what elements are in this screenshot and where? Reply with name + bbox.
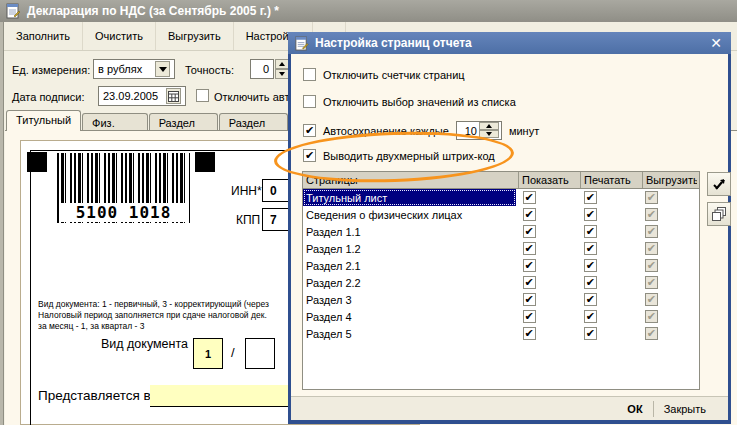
page-name: Раздел 2.1 [303,257,516,274]
disable-auto-checkbox[interactable] [196,89,209,102]
table-row[interactable]: Раздел 2.1 [303,257,699,274]
menu-item[interactable]: Заполнить [4,22,83,50]
spin-up-icon [479,122,499,130]
report-icon [294,36,309,51]
print-checkbox[interactable] [584,259,597,272]
print-checkbox[interactable] [584,208,597,221]
tab[interactable]: Физ. лица [82,113,148,131]
registration-mark-left [27,152,47,172]
export-checkbox [645,310,658,323]
tab[interactable]: Титульный [6,110,81,131]
autosave-checkbox[interactable] [303,124,316,137]
autosave-stepper[interactable] [479,122,501,139]
table-row[interactable]: Раздел 3 [303,291,699,308]
page-name: Раздел 5 [303,325,516,342]
print-checkbox[interactable] [584,327,597,340]
list-values-row: Отключить выбор значений из списка [303,95,516,108]
tab[interactable]: Раздел 1.1 [149,113,218,131]
print-checkbox[interactable] [584,225,597,238]
dialog-title: Настройка страниц отчета [315,36,472,50]
print-checkbox[interactable] [584,191,597,204]
export-checkbox [645,242,658,255]
table-row[interactable]: Раздел 5 [303,325,699,342]
page-name: Раздел 2.2 [303,274,516,291]
main-window-title: Декларация по НДС (за Сентябрь 2005 г.) … [27,4,279,18]
dialog-titlebar: Настройка страниц отчета ✕ [288,32,731,54]
page-counter-checkbox[interactable] [303,68,316,81]
pages-icon [712,207,727,222]
page-name: Раздел 1.1 [303,223,516,240]
doc-type-slash: / [231,345,235,360]
export-checkbox [645,276,658,289]
export-checkbox [645,191,658,204]
table-row[interactable]: Раздел 1.1 [303,223,699,240]
precision-stepper[interactable] [275,59,289,79]
print-checkbox[interactable] [584,242,597,255]
pages-table-body: Титульный лист Сведения о физических лиц… [303,189,699,342]
export-checkbox [645,327,658,340]
presented-field[interactable] [150,385,289,407]
print-checkbox[interactable] [584,310,597,323]
precision-input[interactable]: 0 [250,59,274,79]
export-checkbox [645,293,658,306]
print-checkbox[interactable] [584,293,597,306]
page-counter-row: Отключить счетчик страниц [303,68,465,81]
show-checkbox[interactable] [523,208,536,221]
date-input[interactable]: 23.09.2005 [98,86,186,106]
unit-label: Ед. измерения: [12,64,90,76]
spin-down-icon [275,69,289,79]
pages-cascade-button[interactable] [707,202,731,226]
show-checkbox[interactable] [523,225,536,238]
table-row[interactable]: Титульный лист [303,189,699,206]
tab[interactable]: Раздел 1.2 [219,113,288,131]
calendar-icon[interactable] [166,88,181,104]
inn-label: ИНН* [231,184,262,198]
print-checkbox[interactable] [584,276,597,289]
table-row[interactable]: Раздел 1.2 [303,240,699,257]
kpp-label: КПП [236,213,260,227]
toggle-all-checks-button[interactable] [707,172,731,196]
dialog-bottombar: ОК Закрыть [291,396,728,420]
ok-button[interactable]: ОК [617,400,652,418]
spin-down-icon [479,130,499,138]
export-checkbox [645,225,658,238]
doc-type-field[interactable]: 1 [193,338,223,369]
show-checkbox[interactable] [523,293,536,306]
presented-label: Представляется в [38,388,151,403]
date-label: Дата подписи: [12,91,84,103]
registration-mark-right [195,152,215,172]
autosave-row: Автосохранение каждые 10 минут [303,121,539,140]
menu-item[interactable]: Очистить [83,22,156,50]
show-checkbox[interactable] [523,242,536,255]
pages-table-header: Страницы Показать Печатать Выгрузить [303,172,699,189]
show-checkbox[interactable] [523,276,536,289]
doc-type-field-2[interactable] [245,338,275,369]
show-checkbox[interactable] [523,310,536,323]
barcode-checkbox[interactable] [303,149,316,162]
page-name: Раздел 4 [303,308,516,325]
close-icon[interactable]: ✕ [707,35,725,51]
autosave-unit-label: минут [509,125,539,137]
page-name: Титульный лист [303,189,516,206]
show-checkbox[interactable] [523,259,536,272]
barcode-option-row: Выводить двухмерный штрих-код [303,149,495,162]
spin-up-icon [275,59,289,69]
list-values-checkbox[interactable] [303,95,316,108]
show-checkbox[interactable] [523,327,536,340]
menu-item[interactable]: Выгрузить [156,22,234,50]
table-row[interactable]: Сведения о физических лицах [303,206,699,223]
barcode-digits: 5100 1018 [60,203,187,222]
export-checkbox [645,208,658,221]
autosave-interval-input[interactable]: 10 [456,121,502,140]
report-pages-settings-dialog: Настройка страниц отчета ✕ Отключить сче… [288,32,731,424]
window-left-edge [0,22,4,425]
table-row[interactable]: Раздел 2.2 [303,274,699,291]
close-button[interactable]: Закрыть [654,400,716,418]
table-row[interactable]: Раздел 4 [303,308,699,325]
doc-type-label: Вид документа [100,337,188,351]
unit-select[interactable]: в рублях [93,59,175,79]
chevron-down-icon[interactable] [155,61,170,77]
show-checkbox[interactable] [523,191,536,204]
tabstrip: ТитульныйФиз. лицаРаздел 1.1Раздел 1.2 [6,110,289,131]
main-window-titlebar: Декларация по НДС (за Сентябрь 2005 г.) … [0,0,737,22]
